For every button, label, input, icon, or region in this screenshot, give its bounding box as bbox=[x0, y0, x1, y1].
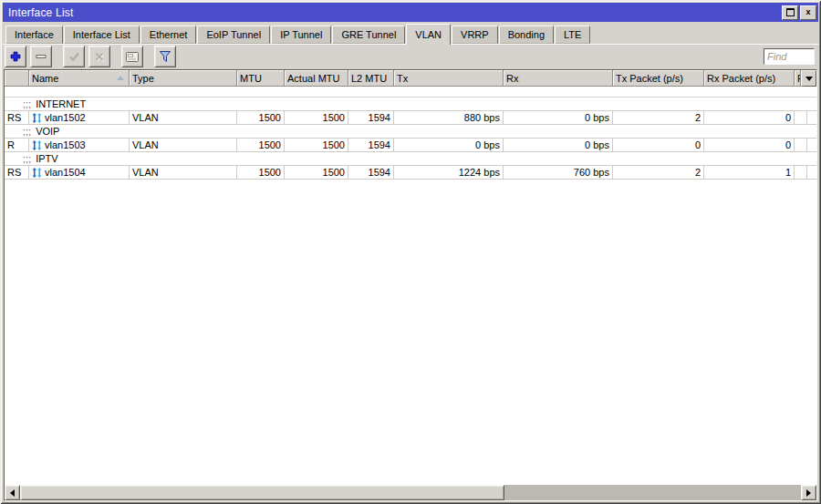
tab-label: VRRP bbox=[461, 29, 489, 40]
col-type[interactable]: Type bbox=[130, 70, 237, 87]
type-cell: VLAN bbox=[130, 111, 237, 124]
close-button[interactable]: x bbox=[800, 5, 816, 20]
table-row-vlan1503[interactable]: R vlan1503 VLAN 1500 1500 1594 0 bps 0 b… bbox=[5, 139, 816, 152]
scrollbar-track[interactable] bbox=[504, 485, 801, 500]
mtu-cell: 1500 bbox=[237, 139, 285, 151]
col-mtu[interactable]: MTU bbox=[237, 70, 285, 87]
flags-cell: RS bbox=[5, 111, 29, 124]
tab-bonding[interactable]: Bonding bbox=[499, 26, 554, 44]
scroll-left-button[interactable] bbox=[5, 485, 20, 500]
vlan-interface-icon bbox=[32, 113, 42, 123]
actual-mtu-cell: 1500 bbox=[285, 166, 348, 179]
comment-button[interactable] bbox=[121, 46, 143, 67]
tab-label: IP Tunnel bbox=[280, 29, 322, 40]
tab-eoip-tunnel[interactable]: EoIP Tunnel bbox=[197, 26, 270, 44]
enable-button[interactable] bbox=[63, 46, 85, 67]
col-tx[interactable]: Tx bbox=[394, 70, 504, 87]
cross-icon: ✕ bbox=[95, 51, 105, 63]
tab-ip-tunnel[interactable]: IP Tunnel bbox=[271, 26, 331, 44]
tab-label: Bonding bbox=[508, 29, 545, 40]
table-header: Name Type MTU Actual MTU L2 MTU Tx Rx Tx… bbox=[5, 70, 816, 87]
vlan-panel: ✕ Name Type MTU Actual MTU L2 bbox=[3, 44, 818, 501]
rx-cell: 760 bps bbox=[504, 166, 613, 179]
tab-gre-tunnel[interactable]: GRE Tunnel bbox=[332, 26, 405, 44]
tab-label: Interface bbox=[15, 29, 54, 40]
interface-table: Name Type MTU Actual MTU L2 MTU Tx Rx Tx… bbox=[4, 69, 817, 501]
tab-ethernet[interactable]: Ethernet bbox=[140, 26, 197, 44]
rx-packet-cell: 0 bbox=[704, 111, 795, 124]
comment-row-iptv[interactable]: ;;; IPTV bbox=[5, 152, 816, 166]
tx-packet-cell: 2 bbox=[613, 166, 704, 179]
comment-icon bbox=[126, 52, 139, 62]
tab-label: GRE Tunnel bbox=[341, 29, 396, 40]
row-filler bbox=[807, 166, 816, 179]
l2-mtu-cell: 1594 bbox=[348, 111, 394, 124]
tab-label: LTE bbox=[564, 29, 581, 40]
tab-vlan[interactable]: VLAN bbox=[406, 24, 451, 45]
titlebar[interactable]: Interface List x bbox=[3, 3, 818, 22]
col-rx-packet[interactable]: Rx Packet (p/s) bbox=[704, 70, 795, 87]
close-icon: x bbox=[805, 8, 810, 16]
actual-mtu-cell: 1500 bbox=[285, 111, 348, 124]
vlan-interface-icon bbox=[32, 168, 42, 178]
col-l2-mtu[interactable]: L2 MTU bbox=[348, 70, 394, 87]
col-rx-packet-label: Rx Packet (p/s) bbox=[707, 73, 775, 84]
horizontal-scrollbar[interactable] bbox=[5, 485, 816, 500]
col-name-label: Name bbox=[32, 73, 58, 84]
fl-cell bbox=[795, 139, 807, 151]
col-name[interactable]: Name bbox=[29, 70, 130, 87]
col-tx-packet[interactable]: Tx Packet (p/s) bbox=[613, 70, 704, 87]
type-cell: VLAN bbox=[130, 166, 237, 179]
comment-row-voip[interactable]: ;;; VOIP bbox=[5, 125, 816, 139]
name-cell: vlan1502 bbox=[29, 111, 130, 124]
col-rx[interactable]: Rx bbox=[504, 70, 613, 87]
filter-button[interactable] bbox=[154, 46, 176, 67]
tab-label: Ethernet bbox=[150, 29, 188, 40]
col-flags[interactable] bbox=[5, 70, 29, 87]
tab-lte[interactable]: LTE bbox=[555, 26, 590, 44]
col-fl[interactable]: Fl bbox=[795, 70, 801, 87]
mtu-cell: 1500 bbox=[237, 111, 285, 124]
sort-ascending-icon bbox=[117, 76, 124, 80]
tx-cell: 0 bps bbox=[394, 139, 504, 151]
comment-row-internet[interactable]: ;;; INTERNET bbox=[5, 98, 816, 111]
rx-cell: 0 bps bbox=[504, 139, 613, 151]
tab-interface-list[interactable]: Interface List bbox=[64, 26, 140, 44]
scroll-left-icon bbox=[10, 489, 15, 497]
table-row-vlan1504[interactable]: RS vlan1504 VLAN 1500 1500 1594 1224 bps… bbox=[5, 166, 816, 180]
comment-prefix: ;;; bbox=[23, 152, 31, 165]
actual-mtu-cell: 1500 bbox=[285, 139, 348, 151]
scrollbar-thumb[interactable] bbox=[20, 485, 504, 500]
minus-icon bbox=[36, 51, 47, 62]
tx-packet-cell: 0 bbox=[613, 139, 704, 151]
table-row-vlan1502[interactable]: RS vlan1502 VLAN 1500 1500 1594 880 bps … bbox=[5, 111, 816, 125]
col-type-label: Type bbox=[132, 73, 154, 84]
scroll-right-button[interactable] bbox=[801, 485, 816, 500]
tab-vrrp[interactable]: VRRP bbox=[452, 26, 498, 44]
tab-interface[interactable]: Interface bbox=[5, 26, 63, 44]
col-actual-mtu-label: Actual MTU bbox=[287, 73, 339, 84]
flags-cell: RS bbox=[5, 166, 29, 179]
disable-button[interactable]: ✕ bbox=[88, 46, 110, 67]
tab-label: VLAN bbox=[415, 29, 442, 40]
col-actual-mtu[interactable]: Actual MTU bbox=[285, 70, 348, 87]
tx-cell: 1224 bps bbox=[394, 166, 504, 179]
add-button[interactable] bbox=[5, 46, 26, 67]
fl-cell bbox=[795, 166, 807, 179]
col-mtu-label: MTU bbox=[240, 73, 262, 84]
comment-prefix: ;;; bbox=[23, 125, 31, 138]
chevron-down-icon bbox=[805, 77, 813, 81]
check-icon bbox=[68, 51, 80, 62]
comment-label: IPTV bbox=[36, 152, 57, 165]
fl-cell bbox=[795, 111, 807, 124]
maximize-button[interactable] bbox=[782, 5, 798, 20]
l2-mtu-cell: 1594 bbox=[348, 166, 394, 179]
column-select-button[interactable] bbox=[801, 70, 816, 87]
name-cell: vlan1503 bbox=[29, 139, 130, 151]
l2-mtu-cell: 1594 bbox=[348, 139, 394, 151]
remove-button[interactable] bbox=[30, 46, 52, 67]
find-input[interactable] bbox=[764, 48, 815, 65]
tab-bar: Interface Interface List Ethernet EoIP T… bbox=[3, 24, 818, 44]
scroll-right-icon bbox=[806, 489, 811, 497]
window-title: Interface List bbox=[8, 6, 74, 19]
